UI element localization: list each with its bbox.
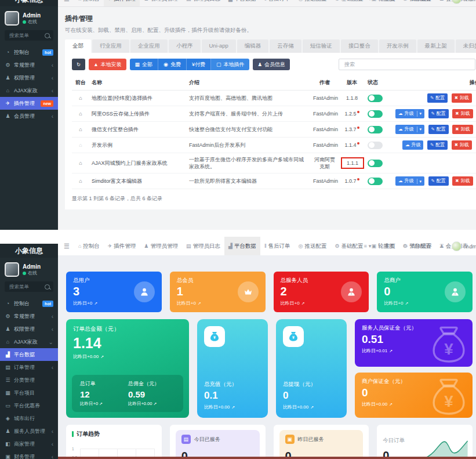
clear-cache-button[interactable]: ♲清除缓存	[399, 0, 436, 6]
sidebar-search-input[interactable]	[8, 283, 45, 290]
caret-down-icon[interactable]: ▾	[417, 179, 422, 184]
status-toggle[interactable]	[368, 178, 383, 185]
clear-cache-button[interactable]: ♲清除缓存	[399, 237, 436, 255]
nav-item-admin-log[interactable]: ▤管理员日志	[182, 0, 224, 6]
member-info-button[interactable]: ♟会员信息	[253, 59, 290, 70]
table-search-input[interactable]	[343, 61, 471, 68]
status-toggle[interactable]	[368, 110, 383, 118]
menu-toggle-icon[interactable]: ☰	[59, 237, 74, 255]
tab-uncategorized[interactable]: 未归类	[456, 39, 476, 53]
sidebar-item-ajax-housekeeping[interactable]: ⌂AJAX家政‹	[0, 84, 58, 97]
config-button[interactable]: ✎配置	[428, 125, 449, 134]
uninstall-button[interactable]: ✖卸载	[452, 176, 473, 186]
status-toggle[interactable]	[368, 160, 383, 167]
nav-item-platform-data[interactable]: ▟平台数据	[224, 0, 260, 6]
sidebar-search[interactable]	[5, 281, 53, 292]
home-link[interactable]: ⌂主页	[375, 0, 399, 6]
frontend-home-icon[interactable]: ⌂	[79, 178, 82, 184]
sidebar-item-permissions[interactable]: ♟权限管理‹	[0, 323, 58, 335]
tab-enterprise[interactable]: 企业应用	[130, 39, 168, 53]
sidebar-item-platform-data[interactable]: ▟平台数据	[0, 348, 58, 361]
filter-local-button[interactable]: ▢本地插件	[211, 59, 250, 70]
frontend-home-icon[interactable]: ⌂	[79, 127, 82, 132]
status-toggle[interactable]	[368, 142, 383, 149]
uninstall-button[interactable]: ✖卸载	[452, 109, 473, 118]
refresh-button[interactable]: ↻	[72, 59, 85, 70]
tab-all[interactable]: 全部	[65, 39, 91, 53]
upgrade-button[interactable]: ☁升级▾	[395, 125, 424, 134]
tab-api[interactable]: 接口整合	[341, 39, 378, 53]
frontend-home-icon[interactable]: ⌂	[79, 142, 82, 148]
nav-item-console[interactable]: ⌂控制台	[74, 0, 104, 6]
admin-menu[interactable]: Admin	[448, 237, 476, 255]
sidebar-item-permissions[interactable]: ♟权限管理‹	[0, 71, 58, 84]
frontend-home-icon[interactable]: ⌂	[79, 111, 82, 117]
sidebar-item-projects[interactable]: ▦平台项目	[0, 386, 58, 399]
table-search[interactable]	[339, 59, 475, 70]
upgrade-button[interactable]: ☁升级▾	[395, 109, 424, 118]
tab-newest[interactable]: 最新上架	[417, 39, 455, 53]
upgrade-button[interactable]: ☁升级	[402, 140, 424, 150]
config-button[interactable]: ✎配置	[428, 176, 449, 186]
sidebar-item-finance[interactable]: ▣财务管理‹	[0, 450, 58, 459]
upgrade-button[interactable]: ☁升级▾	[395, 176, 424, 186]
sidebar-item-staff[interactable]: ♟服务人员管理‹	[0, 425, 58, 438]
fullscreen-button[interactable]: ⛶	[436, 237, 448, 255]
uninstall-button[interactable]: ✖卸载	[452, 125, 473, 134]
config-button[interactable]: ✎配置	[427, 93, 448, 103]
nav-item-aftersale-orders[interactable]: ‖售后订单	[260, 0, 295, 6]
tab-uniapp[interactable]: Uni-app	[202, 39, 236, 53]
tab-sms[interactable]: 短信验证	[303, 39, 340, 53]
sidebar-item-plugins[interactable]: ✈插件管理new	[0, 97, 58, 110]
status-toggle[interactable]	[368, 95, 383, 102]
tab-editor[interactable]: 编辑器	[237, 39, 269, 53]
tab-miniprogram[interactable]: 小程序	[169, 39, 201, 53]
user-panel[interactable]: Admin 在线	[0, 258, 58, 280]
sidebar-item-ajax-housekeeping[interactable]: ⌂AJAX家政⌄	[0, 335, 58, 348]
fullscreen-button[interactable]: ⛶	[436, 0, 448, 6]
sidebar-item-console[interactable]: ◔控制台hot	[0, 297, 58, 310]
filter-all-button[interactable]: ▦全部	[130, 59, 159, 70]
user-panel[interactable]: Admin 在线	[0, 6, 58, 28]
admin-menu[interactable]: Admin	[448, 0, 476, 6]
home-link[interactable]: ⌂主页	[375, 237, 399, 255]
sidebar-item-general[interactable]: ⚙常规管理‹	[0, 59, 58, 71]
nav-item-plugins[interactable]: ✈插件管理	[104, 0, 140, 6]
nav-item-push-config[interactable]: ◎推送配置	[295, 0, 331, 6]
menu-toggle-icon[interactable]: ☰	[59, 0, 74, 6]
nav-item-push-config[interactable]: ◎推送配置	[295, 237, 331, 255]
tab-cloud-storage[interactable]: 云存储	[270, 39, 301, 53]
sidebar-item-general[interactable]: ⚙常规管理‹	[0, 310, 58, 323]
caret-down-icon[interactable]: ▾	[417, 111, 422, 116]
caret-down-icon[interactable]: ▾	[417, 127, 422, 132]
sidebar-item-coupons[interactable]: ▭平台优惠券	[0, 399, 58, 412]
filter-paid-button[interactable]: ¥付费	[187, 59, 211, 70]
sidebar-search[interactable]	[5, 30, 53, 41]
status-toggle[interactable]	[368, 126, 383, 133]
uninstall-button[interactable]: ✖卸载	[452, 140, 472, 150]
sidebar-item-categories[interactable]: ☰分类管理	[0, 374, 58, 386]
sidebar-item-members[interactable]: ♟会员管理‹	[0, 110, 58, 122]
nav-item-admins[interactable]: ♟管理员管理	[140, 0, 182, 6]
frontend-home-icon[interactable]: ⌂	[79, 160, 82, 166]
tab-industry[interactable]: 行业应用	[92, 39, 129, 53]
tabs-dropdown-button[interactable]: ≡▾	[359, 0, 375, 6]
config-button[interactable]: ✎配置	[427, 140, 448, 150]
sidebar-item-city-travel[interactable]: ◈城市出行	[0, 412, 58, 425]
nav-item-admins[interactable]: ♟管理员管理	[140, 237, 182, 255]
nav-item-admin-log[interactable]: ▤管理员日志	[182, 237, 224, 255]
nav-item-aftersale-orders[interactable]: ‖售后订单	[260, 237, 295, 255]
sidebar-item-orders[interactable]: ▤订单管理‹	[0, 361, 58, 374]
tab-demo[interactable]: 开发示例	[379, 39, 416, 53]
local-install-button[interactable]: ▲本地安装	[89, 59, 126, 70]
config-button[interactable]: ✎配置	[428, 109, 449, 118]
nav-item-console[interactable]: ⌂控制台	[74, 237, 104, 255]
tabs-dropdown-button[interactable]: ≡▾	[359, 237, 375, 255]
nav-item-platform-data[interactable]: ▟平台数据	[224, 237, 260, 255]
sidebar-item-console[interactable]: ◔控制台hot	[0, 46, 58, 59]
sidebar-item-merchants[interactable]: ◧商家管理‹	[0, 438, 58, 450]
sidebar-search-input[interactable]	[8, 32, 45, 39]
filter-free-button[interactable]: ◉免费	[158, 59, 187, 70]
uninstall-button[interactable]: ✖卸载	[452, 93, 472, 103]
frontend-home-icon[interactable]: ⌂	[79, 95, 82, 101]
